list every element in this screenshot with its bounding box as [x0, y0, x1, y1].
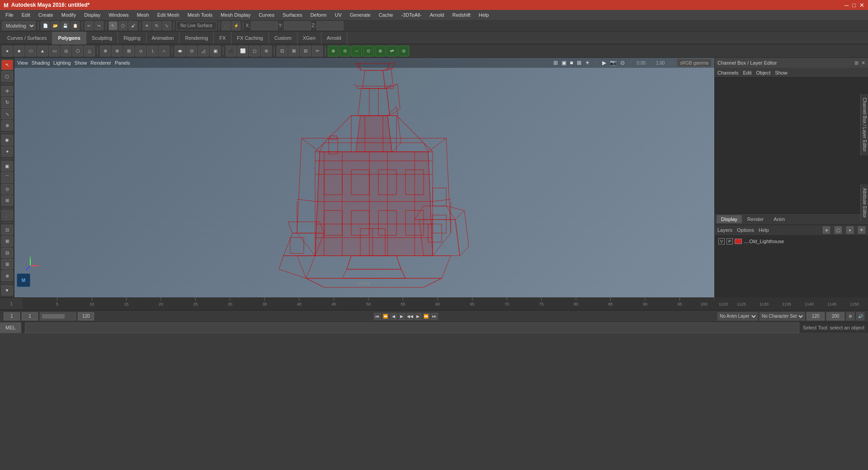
boundary-sel-btn[interactable]: ⊛	[375, 46, 386, 56]
layer-btn5[interactable]: ⊗	[1, 270, 13, 281]
layer-btn4[interactable]: ⊞	[1, 259, 13, 269]
layer-btn3[interactable]: ⊟	[1, 248, 13, 258]
weld-btn[interactable]: ⊚	[261, 46, 272, 56]
poly-plane-btn[interactable]: ▭	[49, 46, 60, 56]
z-coord-input[interactable]	[316, 21, 344, 30]
menu-arnold[interactable]: Arnold	[426, 11, 448, 19]
timeline-ruler[interactable]: 5 10 15 20 25 30 35 40 45 50 55 60 65	[23, 297, 714, 310]
rotate-tool-button[interactable]: ↻	[152, 21, 161, 30]
edit-menu[interactable]: Edit	[743, 70, 751, 75]
play-reverse-btn[interactable]: ◀◀	[406, 313, 414, 320]
ipr-render-button[interactable]: ⚡	[231, 21, 241, 30]
scale-tool[interactable]: ⤡	[1, 109, 13, 119]
prev-frame-btn[interactable]: ◀	[390, 313, 397, 320]
select-tool-button[interactable]: ↖	[108, 21, 118, 30]
mode-dropdown[interactable]: Modeling	[2, 21, 36, 30]
poly-cone-btn[interactable]: ▲	[37, 46, 48, 56]
snap-curve-btn[interactable]: ⌒	[1, 172, 13, 183]
extrude-btn[interactable]: ⬛	[226, 46, 236, 56]
mel-input[interactable]	[25, 322, 799, 333]
tab-rendering[interactable]: Rendering	[179, 32, 214, 44]
combine-btn[interactable]: ⊕	[100, 46, 111, 56]
tab-curves-surfaces[interactable]: Curves / Surfaces	[2, 32, 52, 44]
vp-wire-btn[interactable]: ▣	[561, 60, 566, 66]
open-scene-button[interactable]: 📂	[51, 21, 60, 30]
character-set-dropdown[interactable]: No Character Set	[760, 312, 805, 320]
fps-input[interactable]	[826, 312, 844, 320]
select-tool[interactable]: ↖	[1, 60, 13, 70]
poly-pyramid-btn[interactable]: △	[84, 46, 95, 56]
audio-btn[interactable]: 🔊	[856, 312, 864, 320]
go-to-start-btn[interactable]: ⏮	[374, 313, 381, 320]
anim-tab[interactable]: Anim	[769, 215, 789, 223]
smooth-btn[interactable]: ⬬	[175, 46, 185, 56]
save-scene-button[interactable]: 💾	[61, 21, 70, 30]
avg-vertices-btn[interactable]: ⊙	[186, 46, 197, 56]
menu-deform[interactable]: Deform	[307, 11, 330, 19]
tab-fx-caching[interactable]: FX Caching	[231, 32, 269, 44]
snap-view-btn[interactable]: ⊞	[1, 195, 13, 206]
help-menu[interactable]: Help	[759, 227, 769, 233]
scale-tool-button[interactable]: ⤡	[162, 21, 171, 30]
display-tab[interactable]: Display	[717, 215, 742, 223]
boolean-int-btn[interactable]: ∩	[159, 46, 170, 56]
menu-help[interactable]: Help	[475, 11, 493, 19]
viewport[interactable]: View Shading Lighting Show Renderer Pane…	[14, 58, 714, 297]
menu-cache[interactable]: Cache	[375, 11, 397, 19]
layer-solo-btn[interactable]: ●	[846, 226, 854, 234]
prev-keyframe-btn[interactable]: ⏪	[382, 313, 389, 320]
channel-box-side-tab[interactable]: Channel Box / Layer Editor	[860, 94, 868, 155]
current-frame-input[interactable]	[22, 312, 38, 320]
vp-grid-btn[interactable]: ⊞	[553, 60, 558, 66]
panels-menu[interactable]: Panels	[115, 60, 130, 66]
max-frame-input[interactable]	[807, 312, 825, 320]
menu-3dtoall[interactable]: -3DToAll-	[397, 11, 425, 19]
lasso-select-button[interactable]: ⬡	[118, 21, 127, 30]
quadrangulate-btn[interactable]: ▣	[210, 46, 221, 56]
poly-cube-btn[interactable]: ■	[14, 46, 24, 56]
gamma-display[interactable]: sRGB gamma	[677, 59, 712, 67]
fill-hole-btn[interactable]: ◻	[249, 46, 260, 56]
move-tool-button[interactable]: ✛	[142, 21, 151, 30]
layers-menu[interactable]: Layers	[717, 227, 732, 233]
attribute-editor-side-tab[interactable]: Attribute Editor	[860, 184, 868, 221]
tab-rigging[interactable]: Rigging	[118, 32, 146, 44]
layer-hide-btn[interactable]: 👁	[858, 226, 865, 234]
range-start-input[interactable]	[4, 312, 20, 320]
vp-solid-btn[interactable]: ■	[570, 60, 573, 66]
next-frame-btn[interactable]: ▶	[415, 313, 422, 320]
boolean-diff-btn[interactable]: ∖	[147, 46, 158, 56]
layer-btn1[interactable]: ⊡	[1, 225, 13, 235]
menu-surfaces[interactable]: Surfaces	[279, 11, 306, 19]
separate-btn[interactable]: ⊗	[112, 46, 123, 56]
range-end-input[interactable]	[78, 312, 94, 320]
menu-modify[interactable]: Modify	[58, 11, 80, 19]
invert-sel-btn[interactable]: ⊘	[398, 46, 409, 56]
show-menu[interactable]: Show	[75, 60, 87, 66]
tab-arnold[interactable]: Arnold	[321, 32, 347, 44]
boolean-union-btn[interactable]: ∪	[135, 46, 146, 56]
viewport-3d-area[interactable]: x y M persp	[14, 68, 714, 289]
extract-btn[interactable]: ⊞	[123, 46, 134, 56]
poly-cylinder-btn[interactable]: ⬭	[25, 46, 36, 56]
anim-layer-dropdown[interactable]: No Anim Layer	[717, 312, 758, 320]
view-menu[interactable]: View	[17, 60, 28, 66]
snap-grid-btn[interactable]: ▣	[1, 161, 13, 171]
channels-menu[interactable]: Channels	[717, 70, 738, 75]
poly-torus-btn[interactable]: ◎	[61, 46, 71, 56]
tab-polygons[interactable]: Polygons	[52, 32, 86, 44]
loop-sel-btn[interactable]: ↔	[351, 46, 362, 56]
undo-button[interactable]: ↩	[85, 21, 94, 30]
layer-btn2[interactable]: ⊠	[1, 236, 13, 246]
menu-mesh[interactable]: Mesh	[133, 11, 153, 19]
show-menu[interactable]: Show	[775, 70, 788, 75]
layer-playback-toggle[interactable]: P	[726, 238, 733, 244]
x-coord-input[interactable]	[251, 21, 278, 30]
soft-select-btn[interactable]: ◉	[1, 135, 13, 145]
menu-mesh-tools[interactable]: Mesh Tools	[184, 11, 216, 19]
universal-manip[interactable]: ⊕	[1, 120, 13, 131]
redo-button[interactable]: ↪	[94, 21, 104, 30]
y-coord-input[interactable]	[284, 21, 311, 30]
bottom-tool[interactable]: ▼	[1, 285, 13, 296]
close-channel-box[interactable]: ✕	[861, 60, 865, 66]
